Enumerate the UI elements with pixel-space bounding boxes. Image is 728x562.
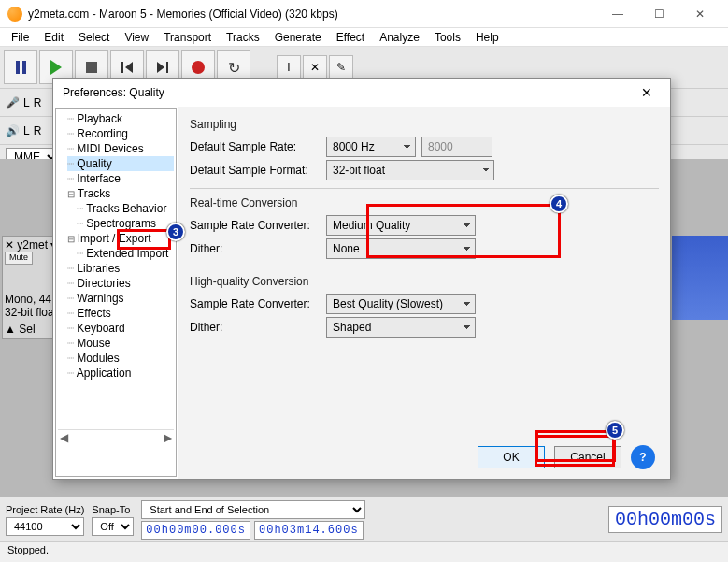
ok-button[interactable]: OK — [478, 446, 545, 468]
menu-tracks[interactable]: Tracks — [219, 29, 267, 46]
help-button[interactable]: ? — [631, 445, 655, 469]
menu-view[interactable]: View — [117, 29, 156, 46]
selection-mode-select[interactable]: Start and End of Selection — [141, 500, 365, 519]
tree-modules[interactable]: Modules — [67, 351, 174, 366]
tree-warnings[interactable]: Warnings — [67, 291, 174, 306]
rt-dither-select[interactable]: None — [326, 238, 476, 259]
rt-converter-select[interactable]: Medium Quality — [326, 215, 476, 236]
tree-import-export[interactable]: Import / Export — [67, 231, 174, 246]
snap-to-select[interactable]: Off — [92, 517, 134, 536]
cancel-button[interactable]: Cancel — [554, 446, 621, 468]
menu-select[interactable]: Select — [71, 29, 117, 46]
mic-icon: 🎤 — [6, 96, 20, 109]
ch-l2: L — [23, 124, 30, 137]
project-rate-label: Project Rate (Hz) — [6, 504, 84, 515]
tree-hscroll[interactable]: ◀▶ — [58, 429, 174, 444]
default-sample-format-select[interactable]: 32-bit float — [326, 160, 494, 180]
tree-mouse[interactable]: Mouse — [67, 336, 174, 351]
menu-tools[interactable]: Tools — [427, 29, 468, 46]
selection-start-time[interactable]: 00h00m00.000s — [141, 521, 250, 540]
dialog-titlebar: Preferences: Quality ✕ — [53, 79, 670, 107]
waveform[interactable] — [672, 236, 728, 320]
status-bar: Stopped. — [0, 541, 728, 562]
tool-envelope-icon[interactable]: ✕ — [303, 55, 327, 79]
tree-recording[interactable]: Recording — [67, 126, 174, 141]
tree-keyboard[interactable]: Keyboard — [67, 321, 174, 336]
menu-help[interactable]: Help — [468, 29, 507, 46]
tree-extended-import[interactable]: Extended Import — [77, 246, 174, 261]
menu-effect[interactable]: Effect — [329, 29, 372, 46]
title-bar: y2meta.com - Maroon 5 - Memories (Offici… — [0, 0, 728, 28]
menu-bar: File Edit Select View Transport Tracks G… — [0, 28, 728, 47]
close-button[interactable]: ✕ — [679, 1, 721, 27]
menu-analyze[interactable]: Analyze — [372, 29, 427, 46]
menu-file[interactable]: File — [4, 29, 36, 46]
tree-directories[interactable]: Directories — [67, 276, 174, 291]
menu-transport[interactable]: Transport — [156, 29, 219, 46]
tree-tracks[interactable]: Tracks — [67, 186, 174, 201]
default-sample-rate-label: Default Sample Rate: — [190, 140, 321, 153]
prefs-category-tree[interactable]: Playback Recording MIDI Devices Quality … — [55, 108, 177, 477]
pause-button[interactable] — [4, 50, 37, 84]
snap-to-label: Snap-To — [92, 504, 134, 515]
tree-midi[interactable]: MIDI Devices — [67, 141, 174, 156]
ch-l: L — [23, 96, 30, 109]
rt-converter-label: Sample Rate Converter: — [190, 219, 321, 232]
preferences-dialog: Preferences: Quality ✕ Playback Recordin… — [52, 78, 671, 480]
hq-dither-select[interactable]: Shaped — [326, 317, 476, 338]
tree-libraries[interactable]: Libraries — [67, 261, 174, 276]
menu-edit[interactable]: Edit — [36, 29, 71, 46]
ch-r: R — [34, 96, 42, 109]
tool-draw-icon[interactable]: ✎ — [329, 55, 353, 79]
speaker-icon: 🔊 — [6, 124, 20, 137]
tree-application[interactable]: Application — [67, 366, 174, 381]
ch-r2: R — [34, 124, 42, 137]
window-title: y2meta.com - Maroon 5 - Memories (Offici… — [28, 7, 597, 21]
maximize-button[interactable]: ☐ — [638, 1, 679, 27]
tree-spectrograms[interactable]: Spectrograms — [77, 216, 174, 231]
tree-quality[interactable]: Quality — [67, 156, 174, 171]
default-sample-format-label: Default Sample Format: — [190, 164, 321, 177]
rt-dither-label: Dither: — [190, 242, 321, 255]
dialog-close-button[interactable]: ✕ — [633, 85, 661, 100]
tree-interface[interactable]: Interface — [67, 171, 174, 186]
hq-converter-select[interactable]: Best Quality (Slowest) — [326, 294, 476, 314]
default-sample-rate-select[interactable]: 8000 Hz — [326, 137, 416, 157]
realtime-heading: Real-time Conversion — [190, 196, 659, 209]
dialog-title-text: Preferences: Quality — [63, 86, 633, 99]
hq-dither-label: Dither: — [190, 321, 321, 334]
selection-end-time[interactable]: 00h03m14.600s — [254, 521, 364, 540]
mute-button[interactable]: Mute — [5, 252, 33, 265]
tree-tracks-behavior[interactable]: Tracks Behavior — [77, 201, 174, 216]
tree-effects[interactable]: Effects — [67, 306, 174, 321]
app-logo-icon — [7, 7, 22, 22]
hq-heading: High-quality Conversion — [190, 275, 659, 288]
project-rate-select[interactable]: 44100 — [6, 517, 84, 536]
tool-selection-icon[interactable]: I — [277, 55, 301, 79]
audio-position[interactable]: 00h00m00s — [608, 506, 722, 533]
sampling-heading: Sampling — [190, 118, 659, 131]
tree-playback[interactable]: Playback — [67, 111, 174, 126]
minimize-button[interactable]: — — [597, 1, 638, 27]
default-sample-rate-input — [421, 137, 492, 157]
hq-converter-label: Sample Rate Converter: — [190, 297, 321, 310]
selection-toolbar: Project Rate (Hz) 44100 Snap-To Off Star… — [0, 497, 728, 541]
prefs-content: Sampling Default Sample Rate: 8000 Hz De… — [178, 107, 670, 479]
menu-generate[interactable]: Generate — [267, 29, 329, 46]
